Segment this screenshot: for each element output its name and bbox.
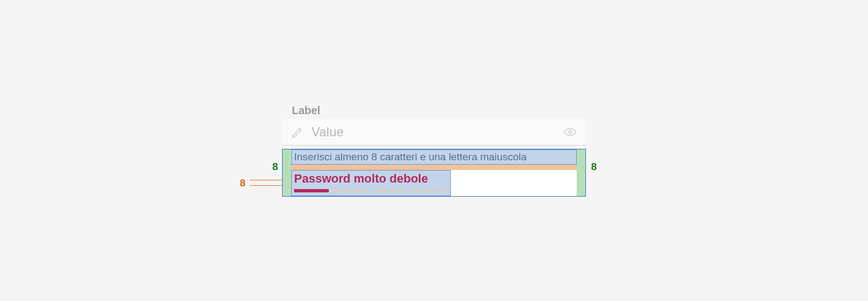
input-placeholder: Value [311, 124, 557, 140]
svg-point-0 [569, 130, 571, 133]
strength-box: Password molto debole [291, 170, 451, 196]
annotation-pad-right: 8 [591, 161, 597, 173]
password-input-row[interactable]: Value [282, 119, 586, 146]
guide-gap-bottom [250, 185, 282, 186]
strength-meter [294, 189, 448, 192]
annotation-pad-left: 8 [272, 161, 278, 173]
padding-highlight-right [577, 149, 585, 196]
guide-gap-top [250, 180, 282, 180]
pencil-icon [291, 125, 305, 139]
strength-bar-3 [372, 189, 407, 192]
annotation-gap-vertical: 8 [240, 177, 246, 189]
helper-strength-block: Inserisci almeno 8 caratteri e una lette… [282, 149, 586, 197]
strength-bar-4 [411, 189, 446, 192]
padding-highlight-left [283, 149, 291, 196]
eye-icon[interactable] [563, 125, 577, 139]
strength-text: Password molto debole [294, 172, 448, 186]
strength-bar-2 [333, 189, 368, 192]
password-field-spec: Label Value 8 8 8 Inserisci almeno 8 car… [282, 104, 586, 197]
helper-text: Inserisci almeno 8 caratteri e una lette… [291, 149, 577, 165]
strength-bar-1 [294, 189, 329, 192]
field-label: Label [282, 104, 586, 117]
gap-highlight [291, 165, 577, 170]
